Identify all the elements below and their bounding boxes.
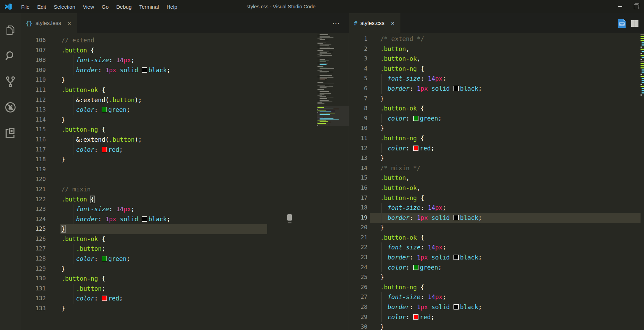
code-line[interactable]: 25} — [349, 272, 644, 282]
code-line[interactable]: 4.button-ng { — [349, 64, 644, 74]
line-number[interactable]: 19 — [349, 213, 367, 223]
line-number[interactable]: 21 — [349, 233, 367, 243]
code-line[interactable]: 18 font-size: 14px; — [349, 203, 644, 213]
line-number[interactable]: 30 — [349, 322, 367, 330]
code-line[interactable]: 133} — [21, 304, 349, 314]
code-line[interactable]: 30} — [349, 322, 644, 330]
line-number[interactable]: 109 — [21, 65, 46, 75]
editor-styles-css[interactable]: 1/* extend */2.button,3.button-ok,4.butt… — [349, 33, 644, 330]
menu-terminal[interactable]: Terminal — [135, 0, 163, 13]
color-swatch-black[interactable] — [142, 67, 147, 73]
menu-edit[interactable]: Edit — [33, 0, 50, 13]
line-number[interactable]: 126 — [21, 234, 46, 244]
menu-go[interactable]: Go — [98, 0, 112, 13]
line-number[interactable]: 14 — [349, 163, 367, 173]
code-line[interactable]: 111.button-ok { — [21, 85, 349, 95]
color-swatch-green[interactable] — [102, 256, 107, 261]
color-swatch-red[interactable] — [102, 147, 107, 152]
color-swatch-green[interactable] — [413, 265, 418, 270]
sidebar-item-debug[interactable] — [0, 94, 21, 120]
code-line[interactable]: 1/* extend */ — [349, 34, 644, 44]
code-line[interactable]: 17.button-ng { — [349, 193, 644, 203]
line-number[interactable]: 25 — [349, 272, 367, 282]
code-line[interactable]: 14/* mixin */ — [349, 163, 644, 173]
code-line[interactable]: 119 — [21, 165, 349, 175]
close-tab-icon[interactable]: × — [67, 20, 72, 27]
minimize-button[interactable] — [612, 0, 628, 13]
php-preview-icon[interactable]: PHP — [618, 19, 626, 28]
code-line[interactable]: 28 border: 1px solid black; — [349, 302, 644, 312]
code-line[interactable]: 11.button-ng { — [349, 133, 644, 143]
code-line[interactable]: 10} — [349, 123, 644, 133]
code-line[interactable]: 113 color: green; — [21, 105, 349, 115]
code-line[interactable]: 26.button-ng { — [349, 282, 644, 292]
color-swatch-red[interactable] — [413, 146, 418, 151]
line-number[interactable]: 1 — [349, 34, 367, 44]
line-number[interactable]: 118 — [21, 155, 46, 165]
line-number[interactable]: 123 — [21, 204, 46, 214]
line-number[interactable]: 128 — [21, 254, 46, 264]
minimap[interactable] — [641, 33, 644, 138]
line-number[interactable]: 24 — [349, 263, 367, 273]
code-line[interactable]: 6 border: 1px solid black; — [349, 84, 644, 94]
restore-button[interactable] — [628, 0, 644, 13]
code-line[interactable]: 2.button, — [349, 44, 644, 54]
line-number[interactable]: 20 — [349, 223, 367, 233]
line-number[interactable]: 121 — [21, 184, 46, 195]
line-number[interactable]: 6 — [349, 84, 367, 94]
color-swatch-green[interactable] — [413, 116, 418, 121]
line-number[interactable]: 23 — [349, 253, 367, 263]
code-line[interactable]: 27 font-size: 14px; — [349, 292, 644, 302]
code-line[interactable]: 106// extend — [21, 35, 349, 46]
line-number[interactable]: 130 — [21, 274, 46, 284]
line-number[interactable]: 26 — [349, 282, 367, 292]
code-line[interactable]: 16.button-ok, — [349, 183, 644, 193]
line-number[interactable]: 18 — [349, 203, 367, 213]
sash-handle[interactable] — [287, 214, 292, 221]
code-line[interactable]: 120 — [21, 174, 349, 184]
line-number[interactable]: 27 — [349, 292, 367, 302]
sidebar-item-extensions[interactable] — [0, 120, 21, 146]
menu-selection[interactable]: Selection — [50, 0, 79, 13]
code-line[interactable]: 122.button { — [21, 195, 349, 205]
code-line[interactable]: 116 &:extend(.button); — [21, 135, 349, 145]
code-line[interactable]: 19 border: 1px solid black; — [349, 213, 644, 223]
line-number[interactable]: 131 — [21, 284, 46, 294]
line-number[interactable]: 17 — [349, 193, 367, 203]
code-line[interactable]: 126.button-ok { — [21, 234, 349, 244]
color-swatch-black[interactable] — [454, 215, 459, 220]
code-line[interactable]: 115.button-ng { — [21, 125, 349, 135]
code-line[interactable]: 108 font-size: 14px; — [21, 55, 349, 65]
line-number[interactable]: 13 — [349, 153, 367, 163]
color-swatch-black[interactable] — [142, 216, 147, 222]
line-number[interactable]: 10 — [349, 123, 367, 133]
code-line[interactable]: 7} — [349, 94, 644, 104]
line-number[interactable]: 110 — [21, 75, 46, 85]
code-line[interactable]: 109 border: 1px solid black; — [21, 65, 349, 75]
tab-styles-less[interactable]: {} styles.less × — [21, 13, 77, 33]
code-line[interactable]: 24 color: green; — [349, 263, 644, 273]
code-line[interactable]: 130.button-ng { — [21, 274, 349, 284]
code-line[interactable]: 13} — [349, 153, 644, 163]
line-number[interactable]: 120 — [21, 174, 46, 184]
code-line[interactable]: 23 border: 1px solid black; — [349, 253, 644, 263]
code-line[interactable]: 132 color: red; — [21, 294, 349, 304]
line-number[interactable]: 125 — [21, 224, 46, 234]
line-number[interactable]: 116 — [21, 135, 46, 145]
line-number[interactable]: 106 — [21, 35, 46, 46]
line-number[interactable]: 129 — [21, 264, 46, 274]
line-number[interactable]: 12 — [349, 143, 367, 154]
line-number[interactable]: 28 — [349, 302, 367, 312]
code-line[interactable]: 107.button { — [21, 46, 349, 56]
code-line[interactable]: 5 font-size: 14px; — [349, 74, 644, 84]
color-swatch-black[interactable] — [454, 86, 459, 91]
line-number[interactable]: 124 — [21, 214, 46, 224]
code-line[interactable]: 12 color: red; — [349, 143, 644, 154]
line-number[interactable]: 117 — [21, 145, 46, 155]
minimap-slider[interactable] — [317, 106, 349, 126]
close-tab-icon[interactable]: × — [390, 20, 396, 27]
color-swatch-green[interactable] — [102, 107, 107, 112]
menu-debug[interactable]: Debug — [112, 0, 135, 13]
code-line[interactable]: 8.button-ok { — [349, 104, 644, 114]
code-line[interactable]: 21.button-ok { — [349, 233, 644, 243]
